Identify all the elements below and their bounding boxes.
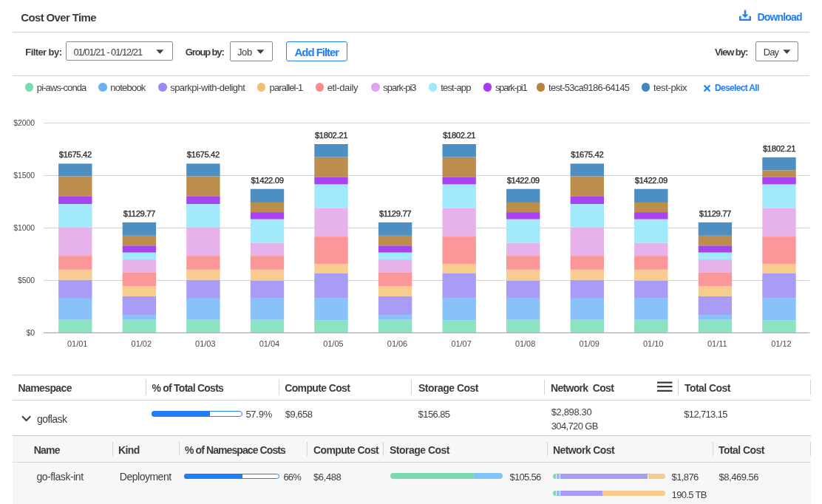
svg-text:01/02: 01/02 [132, 339, 152, 348]
svg-text:$1129.77: $1129.77 [699, 209, 731, 218]
svg-text:01/01: 01/01 [67, 339, 87, 348]
svg-text:$1129.77: $1129.77 [379, 209, 411, 218]
svg-text:01/07: 01/07 [451, 339, 471, 348]
svg-text:$1802.21: $1802.21 [763, 144, 795, 153]
svg-text:01/12: 01/12 [771, 339, 791, 348]
svg-text:01/10: 01/10 [643, 339, 663, 348]
svg-text:01/09: 01/09 [579, 339, 599, 348]
svg-text:$1422.09: $1422.09 [635, 176, 668, 185]
svg-text:$2000: $2000 [13, 118, 35, 127]
svg-text:01/11: 01/11 [707, 339, 727, 348]
svg-text:$1500: $1500 [13, 171, 35, 180]
svg-text:$1000: $1000 [13, 223, 35, 232]
svg-text:01/03: 01/03 [195, 339, 215, 348]
svg-text:$1422.09: $1422.09 [251, 176, 283, 185]
svg-text:$1802.21: $1802.21 [315, 131, 347, 140]
svg-text:01/05: 01/05 [323, 339, 343, 348]
svg-text:$1802.21: $1802.21 [443, 131, 475, 140]
svg-text:01/06: 01/06 [387, 339, 407, 348]
svg-text:$500: $500 [18, 276, 35, 285]
svg-text:$0: $0 [26, 328, 35, 337]
svg-text:$1675.42: $1675.42 [571, 150, 603, 159]
svg-text:01/04: 01/04 [259, 339, 279, 348]
svg-text:$1422.09: $1422.09 [507, 176, 540, 185]
svg-text:$1675.42: $1675.42 [59, 150, 92, 159]
svg-text:$1129.77: $1129.77 [123, 209, 155, 218]
svg-text:$1675.42: $1675.42 [187, 150, 220, 159]
svg-text:01/08: 01/08 [515, 339, 535, 348]
